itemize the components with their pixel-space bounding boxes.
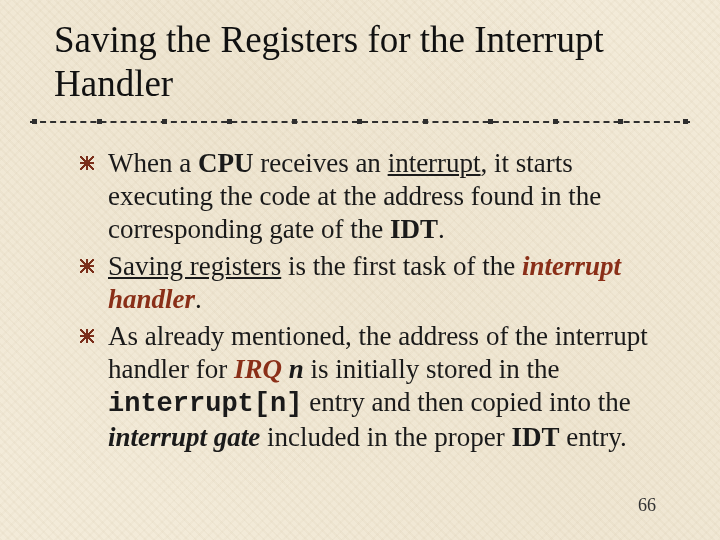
slide: Saving the Registers for the Interrupt H… [0,0,720,540]
text-run [282,354,289,384]
bullet-item: As already mentioned, the address of the… [80,320,674,454]
text-emph-n: n [289,354,304,384]
text-underline-saving-registers: Saving registers [108,251,281,281]
text-run: When a [108,148,198,178]
text-code-interrupt-n: interrupt[n] [108,389,302,419]
divider-squares [30,119,690,124]
bullet-item: When a CPU receives an interrupt, it sta… [80,147,674,246]
text-run: receives an [253,148,387,178]
text-run: . [438,214,445,244]
slide-title: Saving the Registers for the Interrupt H… [0,0,720,113]
bullet-list: When a CPU receives an interrupt, it sta… [80,147,674,453]
text-emph-irq: IRQ [234,354,282,384]
page-number: 66 [638,495,656,516]
text-run: is initially stored in the [304,354,560,384]
text-run: is the first task of the [281,251,522,281]
text-run: entry. [559,422,626,452]
text-run: . [195,284,202,314]
text-run: included in the proper [260,422,511,452]
text-emph-interrupt-gate: interrupt gate [108,422,260,452]
text-run: entry and then copied into the [302,387,630,417]
bullet-item: Saving registers is the first task of th… [80,250,674,316]
title-divider [30,119,690,125]
slide-body: When a CPU receives an interrupt, it sta… [0,125,720,453]
text-bold-idt: IDT [511,422,559,452]
text-bold-idt: IDT [390,214,438,244]
text-bold-cpu: CPU [198,148,254,178]
text-underline-interrupt: interrupt [388,148,481,178]
